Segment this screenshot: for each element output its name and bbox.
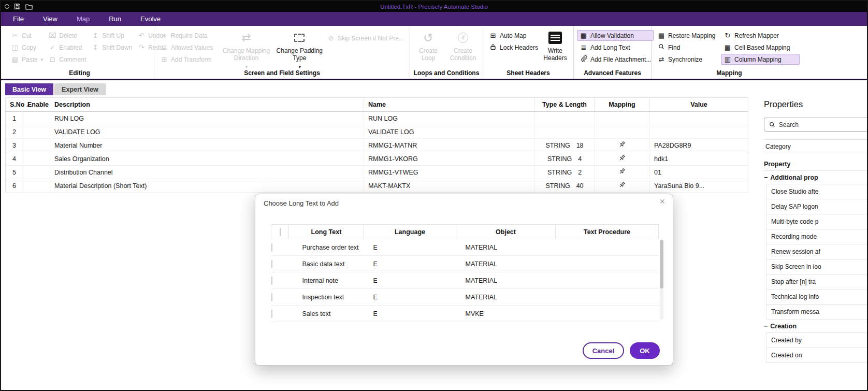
- cancel-button[interactable]: Cancel: [583, 342, 624, 359]
- row-checkbox[interactable]: [271, 243, 272, 252]
- comment-icon: ⊡: [48, 55, 56, 63]
- property-item[interactable]: Transform messa: [766, 304, 867, 320]
- col-name[interactable]: Name: [364, 98, 535, 112]
- menu-evolve[interactable]: Evolve: [133, 13, 168, 25]
- row-checkbox[interactable]: [271, 310, 272, 318]
- shift-down-button[interactable]: ↧Shift Down: [89, 42, 135, 53]
- grid-row[interactable]: 4 Sales Organization RMMG1-VKORG STRING4…: [6, 152, 748, 166]
- col-object[interactable]: Object: [456, 225, 556, 239]
- change-mapping-direction-button[interactable]: ⇄ Change Mapping Direction ▾: [218, 30, 274, 70]
- synchronize-button[interactable]: ⇄Synchronize: [655, 54, 721, 65]
- select-all-checkbox[interactable]: [280, 228, 281, 236]
- allow-validation-button[interactable]: ▦Allow Validation: [577, 30, 654, 41]
- long-text-table: Long Text Language Object Text Procedure…: [271, 224, 658, 322]
- menu-run[interactable]: Run: [101, 13, 129, 25]
- cell-based-mapping-button[interactable]: ▦Cell Based Mapping: [721, 42, 800, 53]
- delete-icon: ⌧: [48, 32, 56, 39]
- column-mapping-button[interactable]: ▥Column Mapping: [721, 54, 800, 65]
- grid-row[interactable]: 5 Distribution Channel RMMG1-VTWEG STRIN…: [6, 166, 748, 179]
- property-item[interactable]: Skip Screen in loo: [766, 259, 867, 274]
- property-item[interactable]: Renew session af: [766, 244, 867, 259]
- grid-row[interactable]: 6 Material Description (Short Text) MAKT…: [6, 179, 748, 193]
- search-input[interactable]: [779, 121, 867, 128]
- menu-file[interactable]: File: [5, 13, 32, 25]
- col-mapping[interactable]: Mapping: [595, 98, 650, 112]
- pin-icon[interactable]: [618, 140, 626, 149]
- restore-mapping-icon: ▤: [657, 32, 666, 39]
- property-item[interactable]: Multi-byte code p: [766, 214, 867, 229]
- tab-basic-view[interactable]: Basic View: [5, 83, 53, 95]
- enabled-button[interactable]: ✓Enabled: [46, 42, 89, 53]
- dialog-row[interactable]: Sales text E MVKE: [271, 306, 659, 322]
- col-enable[interactable]: Enable: [23, 98, 50, 112]
- col-sno[interactable]: S.No: [6, 98, 23, 112]
- col-type-length[interactable]: Type & Length: [535, 98, 595, 112]
- scrollbar-thumb[interactable]: [660, 240, 663, 288]
- ok-button[interactable]: OK: [630, 342, 660, 359]
- row-checkbox[interactable]: [271, 260, 272, 268]
- require-data-button[interactable]: ∗Require Data: [157, 30, 218, 41]
- delete-button[interactable]: ⌧Delete: [46, 30, 89, 41]
- property-item[interactable]: Close Studio afte: [766, 184, 867, 199]
- row-checkbox[interactable]: [271, 277, 272, 285]
- lock-headers-button[interactable]: Lock Headers: [486, 42, 540, 53]
- allow-validation-icon: ▦: [580, 32, 588, 39]
- shift-up-button[interactable]: ↥Shift Up: [89, 30, 135, 41]
- dialog-row[interactable]: Purchase order text E MATERIAL: [271, 239, 659, 256]
- find-button[interactable]: Find: [655, 42, 721, 53]
- col-language[interactable]: Language: [364, 225, 456, 239]
- add-transform-button[interactable]: ⊞Add Transform: [157, 54, 218, 65]
- grid-row[interactable]: 1 RUN LOG RUN LOG: [6, 112, 748, 125]
- cut-button[interactable]: ✂Cut: [8, 30, 46, 41]
- ribbon-group-mapping: ▤Restore Mapping Find ⇄Synchronize ↻Refr…: [652, 26, 807, 79]
- property-item[interactable]: Stop after [n] tra: [766, 274, 867, 289]
- group-additional-properties[interactable]: −Additional prop: [764, 171, 867, 184]
- write-headers-button[interactable]: Write Headers: [540, 30, 570, 62]
- paste-button[interactable]: ▤Paste▾: [8, 54, 46, 65]
- copy-button[interactable]: ◫Copy: [8, 42, 46, 53]
- dialog-row[interactable]: Internal note E MATERIAL: [271, 272, 659, 289]
- cell-based-mapping-icon: ▦: [724, 44, 732, 51]
- check-icon: ✓: [48, 44, 56, 51]
- properties-search[interactable]: [764, 118, 867, 132]
- skip-screen-button[interactable]: ⊘Skip Screen if Not Pre...: [324, 33, 407, 44]
- create-loop-button[interactable]: ↺ Create Loop: [414, 30, 443, 62]
- pin-icon[interactable]: [618, 181, 626, 189]
- restore-mapping-button[interactable]: ▤Restore Mapping: [655, 30, 721, 41]
- cut-icon: ✂: [11, 32, 19, 39]
- close-icon[interactable]: ×: [659, 197, 665, 206]
- group-creation[interactable]: −Creation: [764, 320, 867, 333]
- ribbon-group-loops: ↺ Create Loop Create Condition Loops and…: [410, 26, 483, 79]
- col-value[interactable]: Value: [650, 98, 748, 112]
- add-long-text-button[interactable]: ≣Add Long Text: [577, 42, 654, 53]
- row-checkbox[interactable]: [271, 293, 272, 301]
- add-file-attachment-button[interactable]: Add File Attachment...: [577, 54, 654, 65]
- refresh-mapper-button[interactable]: ↻Refresh Mapper: [721, 30, 800, 41]
- grid-row[interactable]: 2 VALIDATE LOG VALIDATE LOG: [6, 125, 748, 139]
- pin-icon[interactable]: [618, 167, 626, 176]
- dialog-scrollbar[interactable]: [660, 240, 663, 320]
- allowed-values-button[interactable]: ≣Allowed Values: [157, 42, 218, 53]
- property-item[interactable]: Created by: [766, 332, 867, 348]
- menu-map[interactable]: Map: [69, 13, 97, 25]
- menu-view[interactable]: View: [35, 13, 65, 25]
- property-item[interactable]: Created on: [766, 347, 867, 363]
- comment-button[interactable]: ⊡Comment: [46, 54, 89, 65]
- col-long-text[interactable]: Long Text: [289, 225, 364, 239]
- property-item[interactable]: Recording mode: [766, 229, 867, 244]
- category-row[interactable]: Category: [764, 139, 867, 153]
- auto-map-button[interactable]: ⊞Auto Map: [486, 30, 540, 41]
- tab-expert-view[interactable]: Expert View: [54, 83, 106, 95]
- pin-icon[interactable]: [618, 154, 626, 162]
- dialog-row[interactable]: Inspection text E MATERIAL: [271, 289, 659, 306]
- dialog-row[interactable]: Basic data text E MATERIAL: [271, 256, 659, 272]
- write-headers-icon: [548, 32, 562, 44]
- col-description[interactable]: Description: [50, 98, 364, 112]
- change-padding-type-button[interactable]: Change Padding Type ▾: [275, 30, 324, 70]
- paperclip-icon: [581, 55, 587, 62]
- col-text-procedure[interactable]: Text Procedure: [556, 225, 659, 239]
- property-item[interactable]: Technical log info: [766, 289, 867, 305]
- property-item[interactable]: Delay SAP logon: [766, 199, 867, 214]
- grid-row[interactable]: 3 Material Number RMMG1-MATNR STRING18 P…: [6, 139, 748, 152]
- create-condition-button[interactable]: Create Condition: [447, 30, 479, 62]
